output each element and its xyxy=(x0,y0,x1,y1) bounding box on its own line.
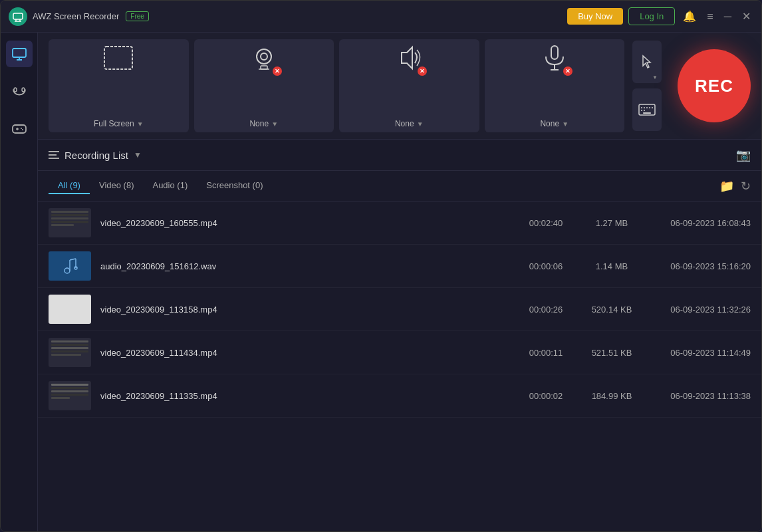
file-thumbnail xyxy=(49,381,91,410)
file-size: 521.51 KB xyxy=(582,348,642,358)
svg-rect-22 xyxy=(551,46,558,59)
filter-tabs: All (9) Video (8) Audio (1) Screenshot (… xyxy=(38,171,761,201)
file-name: video_20230609_111434.mp4 xyxy=(100,348,510,358)
file-date: 06-09-2023 11:32:26 xyxy=(651,305,751,315)
cursor-chevron: ▼ xyxy=(652,74,658,80)
system-audio-chevron: ▼ xyxy=(417,120,424,128)
recording-list-title: Recording List xyxy=(64,150,128,161)
file-row[interactable]: video_20230609_111434.mp4 00:00:11 521.5… xyxy=(38,331,761,374)
file-row[interactable]: video_20230609_160555.mp4 00:02:40 1.27 … xyxy=(38,201,761,245)
file-row[interactable]: video_20230609_113158.mp4 00:00:26 520.1… xyxy=(38,288,761,331)
file-duration: 00:02:40 xyxy=(519,218,572,228)
file-row[interactable]: audio_20230609_151612.wav 00:00:06 1.14 … xyxy=(38,245,761,288)
file-date: 06-09-2023 11:14:49 xyxy=(651,348,751,358)
svg-rect-11 xyxy=(13,125,26,133)
file-size: 1.27 MB xyxy=(582,218,642,228)
file-duration: 00:00:06 xyxy=(519,261,572,271)
tab-audio[interactable]: Audio (1) xyxy=(143,178,197,194)
rec-button[interactable]: REC xyxy=(678,49,751,122)
svg-point-34 xyxy=(64,268,70,273)
svg-point-14 xyxy=(21,128,22,129)
main-body: Full Screen ▼ xyxy=(1,33,761,531)
microphone-tool[interactable]: ✕ None ▼ xyxy=(485,39,625,132)
webcam-disabled-icon: ✕ xyxy=(273,66,282,76)
full-screen-chevron: ▼ xyxy=(137,120,144,128)
file-size: 520.14 KB xyxy=(582,305,642,315)
file-size: 1.14 MB xyxy=(582,261,642,271)
file-date: 06-09-2023 11:13:38 xyxy=(651,391,751,401)
svg-point-7 xyxy=(14,88,17,92)
system-audio-tool[interactable]: ✕ None ▼ xyxy=(339,39,479,132)
microphone-disabled-icon: ✕ xyxy=(563,66,572,76)
tab-all[interactable]: All (9) xyxy=(49,178,90,194)
minimize-icon[interactable]: ─ xyxy=(721,9,734,24)
svg-point-8 xyxy=(22,88,25,92)
recording-list-dropdown-icon[interactable]: ▼ xyxy=(134,150,142,160)
recording-list-actions: 📷 xyxy=(736,148,751,162)
webcam-label: None ▼ xyxy=(249,119,278,128)
recording-list-area: Recording List ▼ 📷 All (9) Video (8) Aud… xyxy=(38,140,761,531)
recording-list-header: Recording List ▼ 📷 xyxy=(38,140,761,171)
sidebar-item-audio[interactable] xyxy=(6,78,33,104)
app-name: AWZ Screen Recorder xyxy=(33,11,119,21)
close-icon[interactable]: ✕ xyxy=(739,9,753,24)
microphone-chevron: ▼ xyxy=(562,120,569,128)
rec-button-wrap: REC xyxy=(678,49,751,122)
content-area: Full Screen ▼ xyxy=(38,33,761,531)
notification-icon[interactable]: 🔔 xyxy=(680,9,699,24)
system-audio-disabled-icon: ✕ xyxy=(418,66,427,76)
svg-point-15 xyxy=(22,129,23,130)
webcam-tool[interactable]: ✕ None ▼ xyxy=(194,39,334,132)
file-duration: 00:00:26 xyxy=(519,305,572,315)
svg-line-36 xyxy=(70,259,76,260)
file-row[interactable]: video_20230609_111335.mp4 00:00:02 184.9… xyxy=(38,374,761,418)
full-screen-icon xyxy=(102,45,135,77)
keyboard-tool[interactable] xyxy=(632,88,662,131)
list-icon xyxy=(49,151,59,159)
sidebar xyxy=(1,33,38,531)
file-thumbnail xyxy=(49,295,91,324)
tab-video[interactable]: Video (8) xyxy=(90,178,144,194)
file-name: audio_20230609_151612.wav xyxy=(100,261,510,271)
app-window: AWZ Screen Recorder Free Buy Now Log In … xyxy=(0,0,762,532)
buy-now-button[interactable]: Buy Now xyxy=(567,8,623,25)
svg-rect-0 xyxy=(13,13,23,19)
file-date: 06-09-2023 15:16:20 xyxy=(651,261,751,271)
login-button[interactable]: Log In xyxy=(628,7,675,25)
app-logo xyxy=(9,7,27,26)
file-thumbnail xyxy=(49,208,91,237)
toolbar-icons-row: Full Screen ▼ xyxy=(49,39,624,132)
file-date: 06-09-2023 16:08:43 xyxy=(651,218,751,228)
filter-tab-actions: 📁 ↻ xyxy=(719,179,751,194)
toolbar-area: Full Screen ▼ xyxy=(38,33,761,140)
microphone-label: None ▼ xyxy=(540,119,569,128)
title-bar: AWZ Screen Recorder Free Buy Now Log In … xyxy=(1,1,761,33)
file-name: video_20230609_160555.mp4 xyxy=(100,218,510,228)
full-screen-tool[interactable]: Full Screen ▼ xyxy=(49,39,189,132)
cursor-tool[interactable]: ▼ xyxy=(632,41,662,83)
title-bar-actions: Buy Now Log In 🔔 ≡ ─ ✕ xyxy=(567,7,753,25)
refresh-icon[interactable]: ↻ xyxy=(741,179,751,194)
webcam-icon: ✕ xyxy=(249,45,279,77)
system-audio-label: None ▼ xyxy=(395,119,424,128)
svg-point-18 xyxy=(261,53,267,60)
svg-rect-4 xyxy=(13,49,26,57)
open-folder-icon[interactable]: 📁 xyxy=(719,179,734,194)
sidebar-item-game[interactable] xyxy=(6,115,33,142)
svg-marker-21 xyxy=(402,47,412,68)
webcam-chevron: ▼ xyxy=(271,120,278,128)
camera-icon[interactable]: 📷 xyxy=(736,148,751,162)
file-list: video_20230609_160555.mp4 00:02:40 1.27 … xyxy=(38,201,761,531)
file-thumbnail xyxy=(49,338,91,367)
svg-rect-16 xyxy=(104,47,132,69)
tab-screenshot[interactable]: Screenshot (0) xyxy=(197,178,272,194)
file-name: video_20230609_111335.mp4 xyxy=(100,391,510,401)
file-name: video_20230609_113158.mp4 xyxy=(100,305,510,315)
side-buttons: ▼ xyxy=(632,41,662,131)
full-screen-label: Full Screen ▼ xyxy=(94,119,144,128)
file-size: 184.99 KB xyxy=(582,391,642,401)
menu-icon[interactable]: ≡ xyxy=(704,9,715,24)
microphone-icon: ✕ xyxy=(539,45,570,77)
file-duration: 00:00:11 xyxy=(519,348,572,358)
sidebar-item-screen[interactable] xyxy=(6,41,33,67)
